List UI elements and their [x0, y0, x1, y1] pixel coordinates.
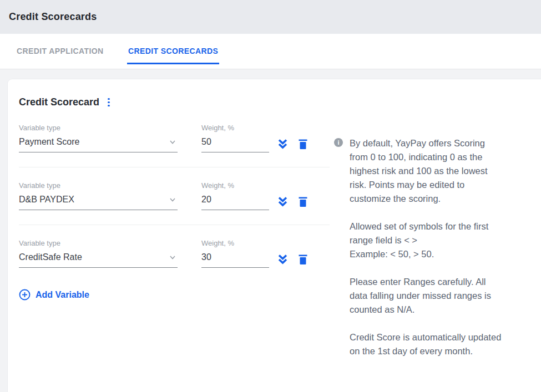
card-title: Credit Scorecard — [19, 96, 99, 108]
chevron-down-icon — [168, 137, 178, 147]
delete-variable-button[interactable] — [298, 253, 308, 265]
page-title: Credit Scorecards — [9, 11, 97, 23]
variable-type-field: Variable type Payment Score — [19, 124, 178, 152]
weight-field: Weight, % — [201, 181, 269, 210]
delete-variable-button[interactable] — [298, 138, 308, 150]
variable-type-field: Variable type D&B PAYDEX — [19, 181, 178, 210]
add-variable-button[interactable]: Add Variable — [19, 289, 89, 301]
double-chevron-down-icon — [277, 253, 289, 265]
info-paragraph: By default, YayPay offers Scoring from 0… — [350, 136, 504, 206]
credit-scorecard-card: Credit Scorecard Variable type Payment S… — [8, 79, 541, 392]
card-body: Variable type Payment Score Weight, % — [19, 124, 541, 372]
variable-row: Variable type Payment Score Weight, % — [19, 124, 330, 167]
info-panel: i By default, YayPay offers Scoring from… — [334, 124, 504, 372]
add-variable-label: Add Variable — [36, 290, 89, 300]
expand-ranges-button[interactable] — [277, 196, 289, 207]
card-title-row: Credit Scorecard — [19, 96, 541, 108]
variable-type-select[interactable]: CreditSafe Rate — [19, 252, 178, 268]
variable-type-label: Variable type — [19, 239, 178, 247]
weight-input[interactable] — [201, 195, 269, 205]
expand-ranges-button[interactable] — [277, 138, 289, 150]
variable-row: Variable type CreditSafe Rate Weight, % — [19, 239, 330, 268]
weight-input-wrap — [201, 252, 269, 268]
double-chevron-down-icon — [277, 138, 289, 150]
row-actions — [277, 138, 308, 150]
page-area: Credit Scorecard Variable type Payment S… — [0, 69, 541, 392]
info-icon: i — [334, 138, 343, 147]
app-header: Credit Scorecards — [0, 0, 541, 34]
weight-label: Weight, % — [201, 181, 269, 190]
row-actions — [277, 196, 308, 207]
variable-type-field: Variable type CreditSafe Rate — [19, 239, 178, 268]
kebab-menu-icon — [108, 98, 110, 100]
info-paragraph: Please enter Ranges carefully. All data … — [350, 275, 504, 317]
scorecard-menu-button[interactable] — [105, 97, 112, 108]
variable-type-value: Payment Score — [19, 137, 79, 147]
info-text: By default, YayPay offers Scoring from 0… — [350, 136, 504, 372]
variable-type-label: Variable type — [19, 124, 178, 132]
info-paragraph: Credit Score is automatically updated on… — [350, 330, 504, 358]
variable-type-select[interactable]: Payment Score — [19, 137, 178, 152]
weight-input-wrap — [201, 195, 269, 210]
trash-icon — [298, 138, 308, 150]
tab-credit-application[interactable]: CREDIT APPLICATION — [16, 34, 105, 64]
weight-label: Weight, % — [201, 124, 269, 132]
weight-field: Weight, % — [201, 124, 269, 152]
delete-variable-button[interactable] — [298, 196, 308, 207]
chevron-down-icon — [168, 252, 178, 262]
row-actions — [277, 253, 308, 265]
weight-input[interactable] — [201, 252, 269, 262]
trash-icon — [298, 253, 308, 265]
weight-field: Weight, % — [201, 239, 269, 268]
trash-icon — [298, 196, 308, 207]
tab-bar: CREDIT APPLICATION CREDIT SCORECARDS — [0, 34, 541, 69]
variable-type-value: CreditSafe Rate — [19, 252, 82, 262]
weight-input-wrap — [201, 137, 269, 152]
variables-form: Variable type Payment Score Weight, % — [19, 124, 330, 372]
variable-type-label: Variable type — [19, 181, 178, 190]
info-paragraph: Allowed set of symbols for the first ran… — [350, 220, 504, 261]
double-chevron-down-icon — [277, 196, 289, 207]
expand-ranges-button[interactable] — [277, 253, 289, 265]
weight-input[interactable] — [201, 137, 269, 147]
variable-row: Variable type D&B PAYDEX Weight, % — [19, 181, 330, 225]
chevron-down-icon — [168, 195, 178, 205]
tab-credit-scorecards[interactable]: CREDIT SCORECARDS — [127, 34, 219, 64]
plus-circle-icon — [19, 289, 31, 301]
variable-type-select[interactable]: D&B PAYDEX — [19, 195, 178, 210]
variable-type-value: D&B PAYDEX — [19, 195, 74, 205]
weight-label: Weight, % — [201, 239, 269, 247]
